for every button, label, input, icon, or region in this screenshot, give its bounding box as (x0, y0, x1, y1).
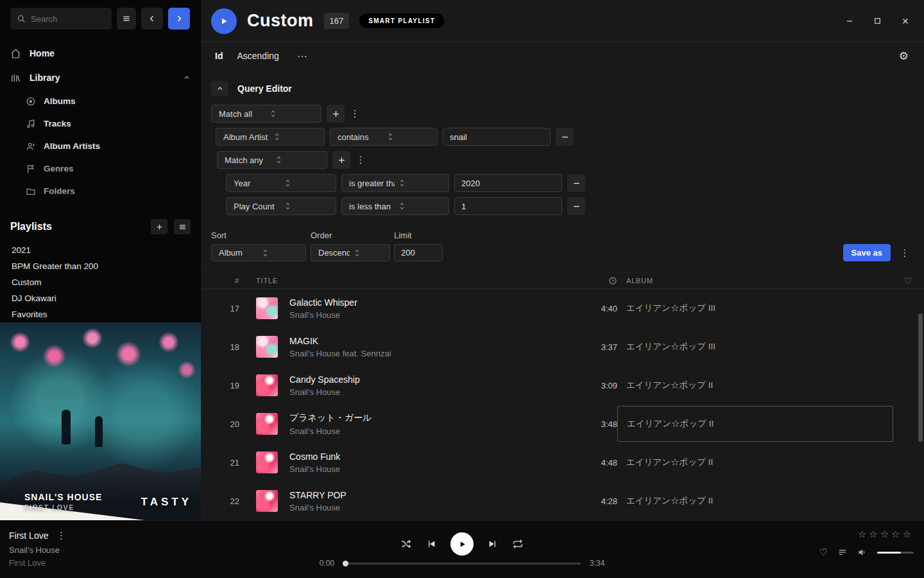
star-icon[interactable]: ☆ (891, 529, 902, 539)
add-playlist-button[interactable] (151, 219, 167, 234)
rule-operator-select[interactable]: is greater than (341, 174, 449, 192)
menu-button[interactable] (117, 8, 136, 30)
previous-track-icon[interactable] (426, 539, 436, 549)
queue-icon[interactable] (837, 547, 848, 557)
sidebar-item-genres[interactable]: Genres (0, 157, 201, 180)
gear-icon[interactable]: ⚙ (899, 49, 909, 63)
search-box[interactable] (10, 8, 112, 30)
group-menu-icon[interactable]: ⋮ (355, 154, 366, 166)
table-row[interactable]: 20 プラネット・ガール Snail's House 3:48 エイリアン☆ポッ… (201, 405, 924, 443)
minimize-button[interactable] (845, 17, 854, 26)
sidebar-item-library[interactable]: Library (0, 66, 201, 90)
rule-operator-select[interactable]: contains (330, 128, 438, 146)
column-header-title[interactable]: TITLE (239, 277, 566, 285)
track-album-focused[interactable]: エイリアン☆ポップ II (617, 406, 893, 442)
maximize-button[interactable] (873, 17, 882, 25)
rule-value-input[interactable] (443, 128, 551, 146)
save-as-button[interactable]: Save as (843, 244, 891, 261)
progress-bar[interactable] (343, 563, 581, 565)
save-menu-icon[interactable]: ⋮ (900, 247, 910, 259)
remove-rule-button[interactable] (567, 197, 585, 215)
track-number: 21 (201, 458, 239, 468)
next-track-icon[interactable] (488, 539, 498, 549)
progress-knob[interactable] (343, 561, 348, 566)
column-header-duration[interactable] (566, 276, 617, 285)
sort-field-button[interactable]: Id (215, 51, 223, 61)
track-thumbnail (256, 297, 278, 319)
table-row[interactable]: 18 MAGIK Snail's House feat. Sennzai 3:3… (201, 328, 924, 366)
transport-controls (400, 532, 524, 556)
rule-operator-select[interactable]: is less than (341, 197, 449, 215)
music-note-icon (26, 119, 36, 129)
collapse-query-editor-button[interactable] (211, 81, 228, 96)
add-rule-button[interactable] (332, 151, 350, 169)
playlist-item[interactable]: Custom (0, 274, 201, 290)
match-all-select[interactable]: Match all (211, 105, 321, 123)
sidebar-item-label: Album Artists (44, 141, 100, 151)
sort-controls-row: Album Descending Save as ⋮ (211, 244, 910, 261)
chevron-up-icon (216, 85, 224, 92)
column-header-album[interactable]: ALBUM (617, 277, 893, 285)
sidebar-item-folders[interactable]: Folders (0, 180, 201, 202)
star-icon[interactable]: ☆ (869, 529, 880, 539)
rating-stars[interactable]: ☆☆☆☆☆ (819, 529, 914, 540)
now-playing-info: First Love ⋮ Snail's House First Love (9, 530, 66, 568)
add-rule-button[interactable] (327, 105, 345, 123)
rule-field-select[interactable]: Album Artist (216, 128, 325, 146)
group-menu-icon[interactable]: ⋮ (350, 108, 360, 119)
playlist-item[interactable]: 2021 (0, 242, 201, 258)
table-row[interactable]: 19 Candy Spaceship Snail's House 3:09 エイ… (201, 366, 924, 405)
table-row[interactable]: 17 Galactic Whisper Snail's House 4:40 エ… (201, 289, 924, 328)
remove-rule-button[interactable] (556, 128, 574, 146)
sort-direction-button[interactable]: Ascending (237, 51, 278, 61)
volume-icon[interactable] (857, 547, 868, 557)
match-any-select[interactable]: Match any (217, 151, 327, 169)
column-header-favorite[interactable]: ♡ (893, 276, 924, 286)
now-playing-menu-icon[interactable]: ⋮ (56, 530, 66, 541)
scrollbar-thumb[interactable] (918, 313, 923, 442)
rule-value-input[interactable] (454, 197, 562, 215)
play-pause-button[interactable] (450, 532, 474, 556)
search-input[interactable] (31, 14, 105, 24)
select-value: contains (338, 132, 383, 142)
shuffle-icon[interactable] (400, 538, 412, 550)
sort-select[interactable]: Album (211, 244, 306, 261)
sidebar-item-tracks[interactable]: Tracks (0, 112, 201, 135)
sidebar-item-albums[interactable]: Albums (0, 90, 201, 112)
select-arrows-icon (354, 249, 385, 258)
table-row[interactable]: 22 STARRY POP Snail's House 4:28 エイリアン☆ポ… (201, 482, 924, 516)
star-icon[interactable]: ☆ (858, 529, 869, 539)
rule-field-select[interactable]: Year (226, 174, 336, 192)
track-number: 19 (201, 381, 239, 390)
play-playlist-button[interactable] (211, 8, 237, 34)
playlist-item[interactable]: Favorites (0, 306, 201, 322)
favorite-heart-icon[interactable]: ♡ (819, 547, 828, 558)
repeat-icon[interactable] (512, 538, 524, 550)
volume-slider[interactable] (877, 552, 914, 554)
sidebar-item-home[interactable]: Home (0, 41, 201, 66)
track-title: Cosmo Funk (289, 451, 340, 462)
star-icon[interactable]: ☆ (880, 529, 891, 539)
playlist-item[interactable]: DJ Okawari (0, 290, 201, 306)
star-icon[interactable]: ☆ (903, 529, 914, 539)
column-header-number[interactable]: # (201, 277, 239, 285)
select-value: Year (234, 179, 280, 188)
limit-input[interactable] (394, 244, 443, 261)
chevron-up-icon[interactable] (183, 74, 191, 82)
table-row[interactable]: 21 Cosmo Funk Snail's House 4:48 エイリアン☆ポ… (201, 443, 924, 482)
sidebar-item-album-artists[interactable]: Album Artists (0, 135, 201, 157)
playlist-options-button[interactable] (174, 219, 191, 234)
playlist-item[interactable]: BPM Greater than 200 (0, 258, 201, 274)
rule-value-input[interactable] (454, 174, 562, 192)
more-options-icon[interactable]: ⋯ (297, 50, 307, 62)
close-button[interactable] (901, 17, 910, 26)
sidebar-item-label: Library (30, 73, 60, 83)
now-playing-artwork[interactable]: SNAIL'S HOUSE FIRST LOVE TASTY (0, 322, 201, 520)
rule-field-select[interactable]: Play Count (226, 197, 336, 215)
nav-back-button[interactable] (141, 8, 163, 30)
remove-rule-button[interactable] (567, 174, 585, 192)
order-select[interactable]: Descending (311, 244, 390, 261)
table-body: 17 Galactic Whisper Snail's House 4:40 エ… (201, 289, 924, 516)
nav-forward-button[interactable] (168, 8, 190, 30)
track-title: Candy Spaceship (289, 374, 360, 385)
